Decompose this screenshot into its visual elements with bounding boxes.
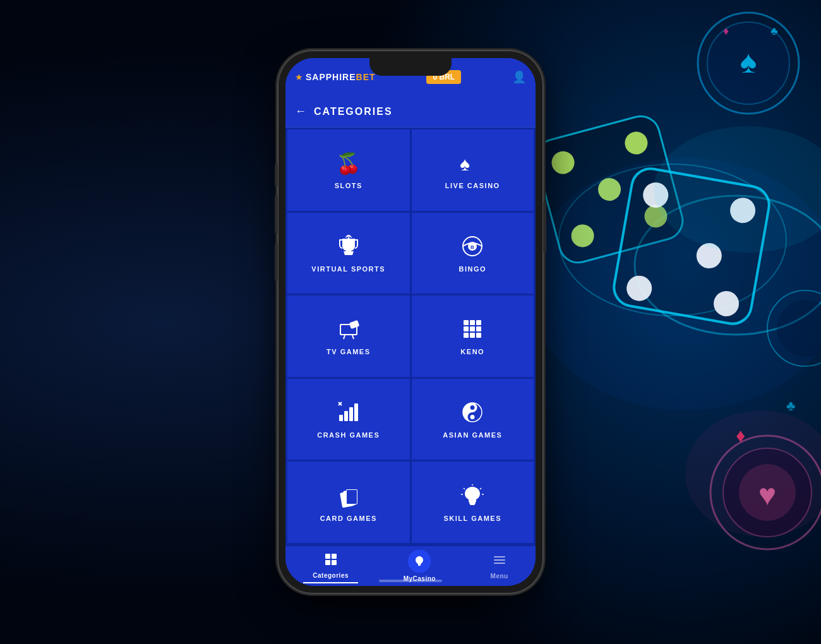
app-logo: ★ SAPPHIREBET bbox=[295, 72, 376, 82]
power-button bbox=[543, 202, 546, 253]
nav-categories[interactable]: Categories bbox=[303, 549, 358, 583]
svg-rect-74 bbox=[325, 560, 330, 565]
categories-header: ← CATEGORIES bbox=[285, 96, 536, 128]
svg-rect-48 bbox=[464, 333, 469, 338]
asian-games-icon bbox=[460, 400, 485, 425]
menu-nav-icon bbox=[493, 553, 506, 570]
bingo-icon: B bbox=[460, 234, 485, 259]
volume-up-button bbox=[275, 196, 278, 234]
category-tv-games[interactable]: TV GAMES bbox=[287, 295, 410, 377]
virtual-sports-icon bbox=[336, 234, 361, 259]
svg-rect-46 bbox=[470, 326, 475, 331]
svg-text:♠: ♠ bbox=[460, 153, 470, 174]
page-title: CATEGORIES bbox=[314, 106, 393, 117]
svg-rect-43 bbox=[470, 320, 475, 325]
user-icon[interactable]: 👤 bbox=[512, 70, 526, 84]
svg-rect-75 bbox=[332, 560, 337, 565]
card-games-label: CARD GAMES bbox=[320, 515, 377, 522]
svg-rect-49 bbox=[470, 333, 475, 338]
phone-notch bbox=[369, 58, 452, 76]
slots-label: SLOTS bbox=[335, 182, 363, 189]
svg-rect-54 bbox=[354, 403, 358, 421]
svg-rect-42 bbox=[464, 320, 469, 325]
svg-rect-65 bbox=[469, 502, 476, 504]
bingo-label: BINGO bbox=[458, 265, 486, 273]
keno-label: KENO bbox=[460, 348, 484, 355]
svg-text:🍒: 🍒 bbox=[336, 152, 361, 176]
svg-rect-53 bbox=[349, 407, 353, 421]
categories-nav-icon bbox=[324, 552, 338, 569]
keno-icon bbox=[460, 316, 485, 342]
tv-games-icon bbox=[336, 316, 361, 342]
svg-rect-50 bbox=[476, 333, 481, 338]
skill-games-icon bbox=[460, 483, 485, 508]
categories-grid: 🍒 SLOTS ♠ LIVE CASINO bbox=[285, 128, 536, 545]
home-indicator bbox=[379, 580, 442, 582]
svg-line-68 bbox=[464, 488, 465, 489]
logo-text: SAPPHIREBET bbox=[306, 72, 376, 82]
category-skill-games[interactable]: SKILL GAMES bbox=[412, 462, 534, 543]
category-bingo[interactable]: B BINGO bbox=[412, 213, 534, 294]
svg-rect-78 bbox=[494, 563, 505, 564]
category-keno[interactable]: KENO bbox=[412, 295, 534, 377]
svg-rect-66 bbox=[470, 504, 475, 505]
live-casino-icon: ♠ bbox=[460, 150, 485, 176]
card-games-icon bbox=[336, 483, 361, 508]
svg-text:B: B bbox=[470, 244, 474, 250]
svg-line-39 bbox=[344, 335, 345, 339]
tv-games-label: TV GAMES bbox=[327, 348, 370, 355]
back-button[interactable]: ← bbox=[295, 105, 306, 118]
svg-rect-73 bbox=[332, 554, 337, 559]
category-crash-games[interactable]: CRASH GAMES bbox=[287, 379, 410, 460]
svg-rect-77 bbox=[494, 559, 505, 561]
category-card-games[interactable]: CARD GAMES bbox=[287, 462, 410, 543]
phone-frame: ★ SAPPHIREBET 0 BRL 👤 ← CATEGORIES 🍒 SLO bbox=[278, 51, 543, 593]
asian-games-label: ASIAN GAMES bbox=[443, 431, 502, 439]
crash-games-label: CRASH GAMES bbox=[317, 431, 380, 439]
svg-rect-47 bbox=[476, 326, 481, 331]
svg-rect-72 bbox=[325, 554, 330, 559]
nav-menu[interactable]: Menu bbox=[481, 550, 518, 583]
svg-rect-44 bbox=[476, 320, 481, 325]
category-slots[interactable]: 🍒 SLOTS bbox=[287, 129, 410, 211]
slots-icon: 🍒 bbox=[336, 150, 361, 176]
volume-down-button bbox=[275, 243, 278, 281]
mycasino-nav-icon bbox=[408, 550, 431, 573]
svg-line-40 bbox=[352, 335, 354, 339]
menu-nav-label: Menu bbox=[491, 573, 508, 580]
svg-rect-76 bbox=[494, 556, 505, 558]
volume-mute-button bbox=[275, 164, 278, 186]
crash-games-icon bbox=[336, 400, 361, 425]
logo-star-icon: ★ bbox=[295, 72, 303, 82]
svg-rect-52 bbox=[344, 411, 348, 421]
phone-screen: ★ SAPPHIREBET 0 BRL 👤 ← CATEGORIES 🍒 SLO bbox=[285, 58, 536, 586]
svg-line-69 bbox=[480, 488, 481, 489]
category-live-casino[interactable]: ♠ LIVE CASINO bbox=[412, 129, 534, 211]
svg-point-58 bbox=[470, 405, 475, 410]
category-asian-games[interactable]: ASIAN GAMES bbox=[412, 379, 534, 460]
svg-rect-51 bbox=[339, 415, 343, 421]
svg-point-33 bbox=[347, 237, 349, 239]
svg-point-59 bbox=[470, 415, 475, 419]
skill-games-label: SKILL GAMES bbox=[444, 515, 501, 522]
svg-rect-45 bbox=[464, 326, 469, 331]
virtual-sports-label: VIRTUAL SPORTS bbox=[311, 265, 385, 273]
categories-nav-label: Categories bbox=[313, 572, 349, 579]
svg-rect-64 bbox=[347, 490, 357, 504]
live-casino-label: LIVE CASINO bbox=[445, 182, 500, 189]
phone-frame-container: ★ SAPPHIREBET 0 BRL 👤 ← CATEGORIES 🍒 SLO bbox=[278, 51, 543, 593]
category-virtual-sports[interactable]: VIRTUAL SPORTS bbox=[287, 213, 410, 294]
